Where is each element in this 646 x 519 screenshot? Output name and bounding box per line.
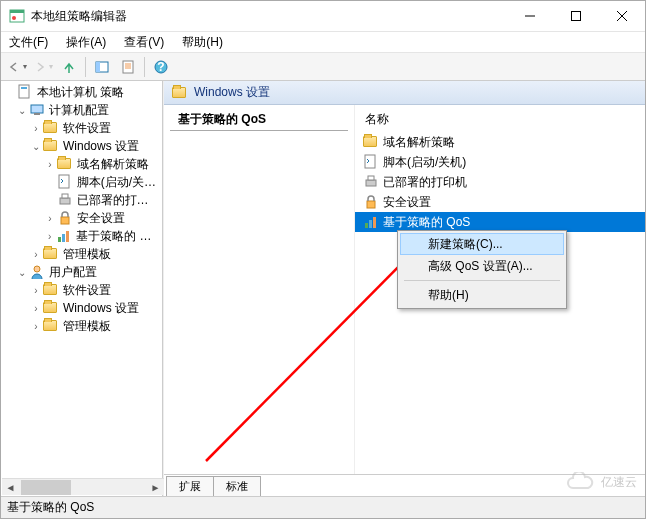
ctx-help[interactable]: 帮助(H) — [400, 284, 564, 306]
toolbar-separator — [85, 57, 86, 77]
menu-file[interactable]: 文件(F) — [5, 32, 52, 53]
ctx-label: 高级 QoS 设置(A)... — [428, 258, 533, 275]
tree-scripts[interactable]: 脚本(启动/关机) — [1, 173, 162, 191]
list-item-dns[interactable]: 域名解析策略 — [355, 132, 645, 152]
svg-rect-30 — [367, 201, 375, 208]
titlebar: 本地组策略编辑器 — [1, 1, 645, 31]
qos-icon — [363, 214, 379, 230]
tree-computer-config[interactable]: ⌄ 计算机配置 — [1, 101, 162, 119]
svg-rect-27 — [365, 155, 375, 168]
tree-hscrollbar[interactable]: ◄ ► — [2, 478, 164, 495]
svg-rect-1 — [10, 10, 24, 13]
up-button[interactable] — [57, 56, 81, 78]
expand-icon[interactable]: › — [43, 211, 57, 225]
tree-user-software[interactable]: › 软件设置 — [1, 281, 162, 299]
svg-rect-18 — [34, 113, 40, 115]
tree-windows-settings[interactable]: ⌄ Windows 设置 — [1, 137, 162, 155]
maximize-button[interactable] — [553, 1, 599, 31]
close-button[interactable] — [599, 1, 645, 31]
expand-icon[interactable] — [43, 193, 57, 207]
expand-icon[interactable] — [3, 85, 17, 99]
svg-rect-25 — [66, 231, 69, 242]
expand-icon[interactable]: › — [43, 229, 56, 243]
tree-label: 管理模板 — [63, 318, 111, 335]
tree-label: 基于策略的 QoS — [76, 228, 158, 245]
qos-icon — [56, 228, 72, 244]
printer-icon — [363, 174, 379, 190]
expand-icon[interactable]: › — [43, 157, 57, 171]
tree-admin-templates[interactable]: › 管理模板 — [1, 245, 162, 263]
menu-view[interactable]: 查看(V) — [120, 32, 168, 53]
svg-rect-4 — [572, 12, 581, 21]
svg-rect-17 — [31, 105, 43, 113]
folder-icon — [43, 248, 57, 259]
tree-user-admin[interactable]: › 管理模板 — [1, 317, 162, 335]
tree-label: Windows 设置 — [63, 300, 139, 317]
ctx-label: 帮助(H) — [428, 287, 469, 304]
expand-icon[interactable]: › — [29, 301, 43, 315]
expand-icon[interactable]: › — [29, 247, 43, 261]
expand-icon[interactable]: › — [29, 319, 43, 333]
ctx-advanced-qos[interactable]: 高级 QoS 设置(A)... — [400, 255, 564, 277]
list-item-label: 安全设置 — [383, 194, 431, 211]
statusbar: 基于策略的 QoS — [1, 496, 645, 518]
scroll-right-button[interactable]: ► — [147, 480, 164, 495]
collapse-icon[interactable]: ⌄ — [29, 139, 43, 153]
collapse-icon[interactable]: ⌄ — [15, 265, 29, 279]
toolbar: ▾ ▾ ? — [1, 53, 645, 81]
help-button[interactable]: ? — [149, 56, 173, 78]
menu-help[interactable]: 帮助(H) — [178, 32, 227, 53]
list-item-security[interactable]: 安全设置 — [355, 192, 645, 212]
tree-pane[interactable]: 本地计算机 策略 ⌄ 计算机配置 › 软件设置 ⌄ Windows 设置 › 域… — [1, 81, 163, 496]
tree-user-config[interactable]: ⌄ 用户配置 — [1, 263, 162, 281]
ctx-new-policy[interactable]: 新建策略(C)... — [400, 233, 564, 255]
svg-rect-32 — [369, 220, 372, 228]
tab-extended[interactable]: 扩展 — [166, 476, 214, 496]
content-pane: Windows 设置 基于策略的 QoS 名称 域名解析策略 脚本(启动/关机) — [163, 81, 645, 496]
tree-software-settings[interactable]: › 软件设置 — [1, 119, 162, 137]
list-item-scripts[interactable]: 脚本(启动/关机) — [355, 152, 645, 172]
window-title: 本地组策略编辑器 — [31, 8, 507, 25]
tree-qos[interactable]: › 基于策略的 QoS — [1, 227, 162, 245]
expand-icon[interactable] — [43, 175, 57, 189]
list-item-qos[interactable]: 基于策略的 QoS — [355, 212, 645, 232]
svg-point-2 — [12, 16, 16, 20]
tree-label: 域名解析策略 — [77, 156, 149, 173]
scroll-thumb[interactable] — [21, 480, 71, 495]
status-text: 基于策略的 QoS — [7, 499, 94, 516]
column-name[interactable]: 名称 — [357, 107, 397, 130]
item-list[interactable]: 域名解析策略 脚本(启动/关机) 已部署的打印机 安全设置 — [355, 130, 645, 232]
tree-root[interactable]: 本地计算机 策略 — [1, 83, 162, 101]
tab-standard[interactable]: 标准 — [213, 476, 261, 496]
content-section-title: 基于策略的 QoS — [170, 105, 348, 131]
back-button[interactable]: ▾ — [5, 56, 29, 78]
list-item-printers[interactable]: 已部署的打印机 — [355, 172, 645, 192]
show-hide-tree-button[interactable] — [90, 56, 114, 78]
forward-button[interactable]: ▾ — [31, 56, 55, 78]
list-item-label: 已部署的打印机 — [383, 174, 467, 191]
tree-label: 软件设置 — [63, 282, 111, 299]
printer-icon — [57, 192, 73, 208]
ctx-label: 新建策略(C)... — [428, 236, 503, 253]
collapse-icon[interactable]: ⌄ — [15, 103, 29, 117]
security-icon — [57, 210, 73, 226]
description-pane: 基于策略的 QoS — [164, 105, 354, 474]
menubar: 文件(F) 操作(A) 查看(V) 帮助(H) — [1, 31, 645, 53]
expand-icon[interactable]: › — [29, 283, 43, 297]
svg-rect-19 — [59, 175, 69, 188]
svg-rect-21 — [62, 194, 68, 198]
app-icon — [9, 8, 25, 24]
menu-action[interactable]: 操作(A) — [62, 32, 110, 53]
content-header: Windows 设置 — [164, 81, 645, 105]
tree-dns-policy[interactable]: › 域名解析策略 — [1, 155, 162, 173]
tree-user-windows[interactable]: › Windows 设置 — [1, 299, 162, 317]
content-header-title: Windows 设置 — [194, 84, 270, 101]
tree-security[interactable]: › 安全设置 — [1, 209, 162, 227]
minimize-button[interactable] — [507, 1, 553, 31]
tree-label: 计算机配置 — [49, 102, 109, 119]
expand-icon[interactable]: › — [29, 121, 43, 135]
scroll-left-button[interactable]: ◄ — [2, 480, 19, 495]
list-item-label: 脚本(启动/关机) — [383, 154, 466, 171]
tree-printers[interactable]: 已部署的打印机 — [1, 191, 162, 209]
properties-button[interactable] — [116, 56, 140, 78]
